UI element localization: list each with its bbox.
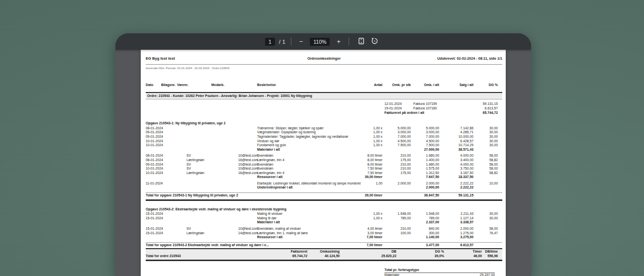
pdf-viewer-canvas[interactable]: EG Byg test test Ordreomkostninger Udskr… xyxy=(115,50,531,276)
cell: 1,00 xyxy=(355,182,382,186)
table-row: Materialer i alt2.337,003.338,57 xyxy=(146,220,502,225)
cell: 58,00 xyxy=(473,167,498,171)
table-row: 10-01-2024SV10@test.comSvendeløn7,50 tim… xyxy=(146,167,502,171)
page-number-input[interactable]: 1 xyxy=(265,38,275,46)
table-column-headers: DatoBilagsnr.Varenr.Medarb.BeskrivelseAn… xyxy=(146,83,502,88)
cell: 2.000,00 xyxy=(411,185,439,190)
cell xyxy=(146,185,186,190)
task-total-wrap: Total for opgave 210543-1 Ny tilbygning … xyxy=(146,192,502,199)
cell: 30,00 xyxy=(473,143,498,148)
cell xyxy=(473,235,498,240)
report-title: Ordreomkostninger xyxy=(307,57,341,61)
cell: SV xyxy=(186,167,238,171)
task-sections: Opgave 210543-1: Ny tilbygning til priva… xyxy=(146,121,502,248)
invoice-label: Faktura 107160 xyxy=(413,106,485,111)
cell: 5.000,00 xyxy=(382,126,411,131)
table-row: Materialer i alt27.000,0038.571,43 xyxy=(146,148,502,152)
cell: SV xyxy=(186,154,238,158)
rotate-counterclockwise-icon[interactable] xyxy=(371,37,378,46)
cell: Lærlingeløn xyxy=(186,171,238,176)
cell xyxy=(382,235,411,240)
cell xyxy=(238,220,257,225)
cell: 15-01-2024 xyxy=(146,231,186,236)
table-row: 10-01-2024Vinduer og dør1,00 x4.500,004.… xyxy=(146,139,502,144)
cell: 8,00 timer xyxy=(355,163,382,167)
cell: 7.500,00 xyxy=(411,143,439,148)
summary-header-row: FaktureretOmkostningDBDG %TimerDB/time xyxy=(146,250,502,254)
cell: SV xyxy=(186,163,238,167)
summary-column-header: Timer xyxy=(444,250,482,254)
cell: 58,00 xyxy=(473,163,498,167)
column-header: Bilagsnr. xyxy=(161,83,177,88)
description-cell: Tagmaterialer: Tagplader, taglægter, tag… xyxy=(257,135,355,139)
cell xyxy=(238,175,257,180)
cell xyxy=(186,220,238,225)
description-cell: Svendeløn xyxy=(257,154,355,158)
total-by-type-block: Total pr. forbrugstypeMaterialer29.337,0… xyxy=(384,268,495,276)
cell xyxy=(473,185,498,190)
cell xyxy=(355,220,382,225)
cell: 4.285,71 xyxy=(439,130,473,135)
cell: 27.000,00 xyxy=(411,148,439,152)
cell: 1,00 x xyxy=(355,126,382,131)
toolbar-divider xyxy=(291,38,291,45)
order-header-band: Ordre: 210543 - Kunde: 10262 Peter Pouls… xyxy=(146,92,502,100)
zoom-in-button[interactable]: + xyxy=(334,37,343,46)
table-row: 08-01-2024SV10@test.comSvendeløn8,00 tim… xyxy=(146,154,502,158)
table-row: 10-01-2024Fundament og gulv1,00 x7.500,0… xyxy=(146,143,502,148)
cell: 3.400,00 xyxy=(439,158,473,163)
summary-column-header: DB/time xyxy=(482,250,498,254)
column-header: Omk. i alt xyxy=(411,83,439,88)
cell: 2.211,43 xyxy=(439,212,473,216)
table-row: 15-01-2024Maling til vinduer1,00 x1.548,… xyxy=(146,212,502,216)
summary-column-header: Faktureret xyxy=(264,250,307,254)
cell: 789,00 xyxy=(411,216,439,221)
cell xyxy=(355,185,382,190)
task-section-title: Opgave 210543-1: Ny tilbygning til priva… xyxy=(146,121,502,126)
cell: 15-01-2024 xyxy=(146,216,186,221)
cell: Lærlingeløn xyxy=(186,231,238,236)
cell xyxy=(186,135,238,139)
cell: 2.000,00 xyxy=(411,182,439,186)
cell: 3.275,00 xyxy=(439,235,473,240)
description-cell: Svendeløn xyxy=(257,167,355,171)
cell xyxy=(382,148,411,152)
summary-column-header: Omkostning xyxy=(307,250,340,254)
cell: 10-01-2024 xyxy=(146,139,186,144)
by-type-title: Total pr. forbrugstype xyxy=(384,268,495,274)
cell: 2.000,00 xyxy=(382,182,411,186)
summary-value: 65.744,72 xyxy=(264,254,307,259)
cell xyxy=(146,235,186,240)
cell xyxy=(146,250,264,254)
zoom-level-input[interactable]: 110% xyxy=(310,38,330,46)
column-header: Dato xyxy=(146,83,161,88)
summary-column-header: DB xyxy=(340,250,396,254)
cell: 1.575,00 xyxy=(411,167,439,171)
cell: SV xyxy=(186,227,238,231)
cell xyxy=(146,220,186,225)
cell: 58,82 xyxy=(473,171,498,176)
cell: 10@test.com xyxy=(238,167,257,171)
task-total-label: Total for opgave 210543-2 Ekstraarbejde … xyxy=(146,243,355,248)
cell xyxy=(186,235,238,240)
cell xyxy=(186,126,238,131)
table-row: 08-01-2024Lærlingeløn16@test.comLærlinge… xyxy=(146,158,502,163)
cell: 7.142,86 xyxy=(439,126,473,131)
cell: 30,00 xyxy=(473,135,498,139)
cell: 7.000,00 xyxy=(411,135,439,139)
fit-to-page-icon[interactable] xyxy=(358,37,365,46)
zoom-out-button[interactable]: − xyxy=(297,37,306,46)
cell: 10-01-2024 xyxy=(146,143,186,148)
row-group: 11-01-2024Elarbejde: Ledninger trukket, … xyxy=(146,182,502,190)
cell: 3.000,00 xyxy=(411,130,439,135)
column-header: Antal xyxy=(355,83,382,88)
cell: 16@test.com xyxy=(238,171,257,176)
table-row: 09-01-2024Tagmaterialer: Tagplader, tagl… xyxy=(146,135,502,139)
description-cell: Ressourcer i alt xyxy=(257,235,355,240)
cell xyxy=(473,243,498,248)
description-cell: Materialer i alt xyxy=(257,148,355,152)
cell: 16@test.com xyxy=(238,158,257,163)
cell: 10,00 xyxy=(473,182,498,186)
cell: Lærlingeløn xyxy=(186,158,238,163)
description-cell: Maling til dør xyxy=(257,216,355,221)
